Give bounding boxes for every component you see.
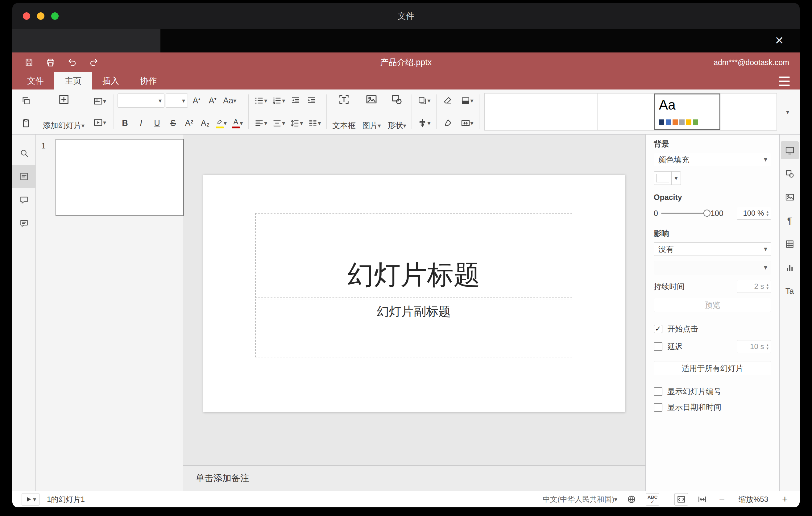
theme-option-selected[interactable]: Aa [654,93,720,130]
decrease-indent-button[interactable] [288,93,303,109]
undo-button[interactable] [66,56,78,68]
slide-subtitle-placeholder[interactable]: 幻灯片副标题 [255,299,572,357]
bullets-button[interactable] [252,93,269,109]
toolbar-separator [37,94,37,129]
zoom-in-button[interactable]: + [779,493,790,505]
table-settings-tab[interactable] [781,235,799,253]
theme-gallery-expand-button[interactable] [780,92,795,132]
slide-canvas[interactable]: 幻灯片标题 幻灯片副标题 [183,135,645,465]
comments-panel-button[interactable] [12,188,36,212]
align-shape-button[interactable] [415,115,432,131]
start-slideshow-button[interactable] [22,493,39,506]
font-color-button[interactable]: A [230,115,245,131]
copy-style-button[interactable] [440,115,455,131]
spinner-arrows-icon[interactable] [766,283,768,290]
show-slide-number-checkbox[interactable] [654,387,662,396]
opacity-slider-knob[interactable] [703,209,710,217]
opacity-slider[interactable] [661,212,707,214]
notes-area[interactable]: 单击添加备注 [183,465,645,491]
apply-to-all-button[interactable]: 适用于所有幻灯片 [654,361,771,375]
window-minimize-button[interactable] [37,12,45,20]
add-slide-button[interactable]: 添加幻灯片 [41,93,86,131]
language-selector[interactable]: 中文(中华人民共和国) [543,494,617,504]
numbering-button[interactable] [270,93,287,109]
copy-button[interactable] [19,93,33,109]
insert-columns-button[interactable] [306,115,323,131]
horizontal-align-button[interactable] [252,115,269,131]
spellcheck-button[interactable]: ABC ✓ [646,493,659,506]
tab-home[interactable]: 主页 [54,72,92,89]
save-button[interactable] [23,56,35,68]
line-spacing-button[interactable] [288,115,305,131]
background-fill-select[interactable]: 颜色填充 [654,153,771,166]
theme-option-1[interactable] [485,93,541,130]
theme-option-3[interactable] [598,93,654,130]
fit-to-width-button[interactable] [695,493,709,506]
underline-button[interactable]: U [150,115,165,131]
background-color-picker[interactable] [654,171,681,185]
subscript-button[interactable]: A₂ [198,115,212,131]
clear-style-button[interactable] [440,93,455,109]
paste-button[interactable] [19,115,33,131]
delay-input[interactable]: 10 s [737,340,771,353]
close-icon[interactable]: × [771,32,787,48]
increase-indent-button[interactable] [304,93,319,109]
textbox-icon [338,93,350,106]
toolbar-separator [436,94,437,129]
italic-button[interactable]: I [134,115,148,131]
highlight-color-button[interactable] [214,115,229,131]
slide-thumbnail[interactable] [56,139,184,216]
window-zoom-button[interactable] [51,12,59,20]
decrease-font-button[interactable]: A [205,93,220,109]
paragraph-settings-tab[interactable]: ¶ [781,212,799,230]
theme-option-5[interactable] [720,93,777,130]
textart-settings-tab[interactable]: Ta [781,282,799,300]
tab-collaboration[interactable]: 协作 [129,72,167,89]
spinner-arrows-icon[interactable] [766,343,768,350]
color-scheme-button[interactable] [459,93,475,109]
effect-type-select[interactable] [654,261,771,274]
slide-settings-tab[interactable] [781,141,799,159]
shape-settings-tab[interactable] [781,165,799,183]
redo-button[interactable] [88,56,100,68]
strikeout-button[interactable]: S [166,115,180,131]
hamburger-menu-icon[interactable] [779,77,790,86]
fit-to-slide-button[interactable] [674,493,688,506]
document-language-button[interactable] [625,493,638,506]
print-button[interactable] [45,56,57,68]
delay-checkbox[interactable] [654,342,662,351]
start-on-click-checkbox[interactable]: ✓ [654,325,662,333]
font-size-combobox[interactable] [166,93,188,108]
opacity-input[interactable]: 100 % [737,207,771,220]
superscript-button[interactable]: A² [182,115,197,131]
textbox-button[interactable]: 文本框 [330,93,357,131]
tab-insert[interactable]: 插入 [92,72,129,89]
preview-button[interactable]: 预览 [654,298,771,312]
slide-title-placeholder[interactable]: 幻灯片标题 [255,213,572,298]
change-case-button[interactable]: Aa [221,93,238,109]
image-settings-tab[interactable] [781,188,799,206]
arrange-shape-button[interactable] [415,93,432,109]
slides-panel-button[interactable] [12,165,36,188]
spinner-arrows-icon[interactable] [766,210,768,217]
theme-option-2[interactable] [541,93,598,130]
feedback-button[interactable] [12,212,36,235]
window-close-button[interactable] [23,12,30,20]
slide-size-button[interactable] [459,115,475,131]
vertical-align-button[interactable] [270,115,287,131]
duration-input[interactable]: 2 s [737,280,771,293]
insert-image-button[interactable]: 图片 [360,93,382,131]
tab-file[interactable]: 文件 [17,72,54,89]
chart-settings-tab[interactable] [781,259,799,277]
slide-layout-button[interactable] [91,93,108,109]
insert-shape-button[interactable]: 形状 [386,93,408,131]
slide[interactable]: 幻灯片标题 幻灯片副标题 [203,175,625,412]
search-button[interactable] [12,141,36,165]
effect-select[interactable]: 没有 [654,242,771,256]
increase-font-button[interactable]: A [189,93,204,109]
font-name-combobox[interactable] [118,93,165,108]
zoom-out-button[interactable]: − [716,493,727,505]
show-date-checkbox[interactable] [654,403,662,412]
bold-button[interactable]: B [118,115,132,131]
start-slideshow-toolbar-button[interactable] [91,114,108,131]
